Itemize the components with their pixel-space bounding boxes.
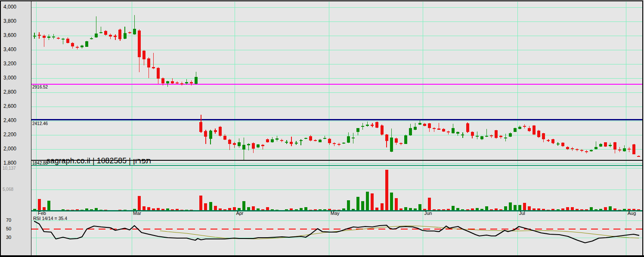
volume-bar <box>47 201 50 210</box>
month-label-apr: Apr <box>236 211 243 216</box>
candle-body <box>138 31 141 57</box>
volume-bar <box>366 192 369 210</box>
candle-body <box>147 58 150 67</box>
candle-body <box>637 156 640 157</box>
price-axis-label-8: 2,400 <box>3 117 16 123</box>
price-axis-label-7: 2,600 <box>3 103 16 109</box>
candle-body <box>166 81 169 83</box>
volume-bar <box>71 210 74 210</box>
volume-bar <box>214 206 217 210</box>
candle-body <box>228 140 231 144</box>
candle-body <box>43 36 46 38</box>
candle-body <box>604 142 607 147</box>
price-axis-label-4: 3,200 <box>3 61 16 67</box>
candle-body <box>585 151 588 152</box>
volume-bar <box>171 209 174 210</box>
candle-body <box>613 142 616 150</box>
volume-bar <box>247 207 250 210</box>
volume-bar <box>490 209 493 210</box>
month-label-feb: Feb <box>38 211 46 216</box>
candle-body <box>528 128 531 131</box>
candle-body <box>476 136 479 137</box>
candle-body <box>447 132 450 132</box>
plot-background <box>31 2 643 255</box>
volume-bar <box>618 210 621 210</box>
candle-body <box>300 140 303 141</box>
rsi-axis-label-2: 30 <box>6 235 11 240</box>
candle-body <box>157 68 160 79</box>
candle-body <box>590 150 593 151</box>
candle-body <box>452 128 455 133</box>
candle-body <box>609 145 612 146</box>
hline-value-label-2412: 2412.46 <box>32 121 48 126</box>
candle-body <box>124 33 127 38</box>
candle-body <box>571 148 574 149</box>
volume-bar <box>242 201 245 210</box>
candle-body <box>418 123 421 125</box>
volume-bar <box>223 209 226 210</box>
volume-bar <box>471 208 474 210</box>
volume-bar <box>290 208 293 210</box>
volume-bar <box>133 209 136 210</box>
candle-body <box>285 142 288 143</box>
volume-bar <box>319 209 322 210</box>
candle-body <box>433 128 436 129</box>
candle-body <box>304 138 307 139</box>
volume-bar <box>180 210 183 210</box>
volume-bar <box>271 209 274 210</box>
volume-bar <box>219 208 222 210</box>
volume-bar <box>480 209 483 210</box>
volume-bar <box>295 209 298 210</box>
candle-body <box>104 31 107 35</box>
rsi-axis-label-0: 70 <box>6 217 11 223</box>
volume-bar <box>176 209 179 210</box>
candle-body <box>209 131 212 139</box>
candle-body <box>204 131 207 137</box>
volume-bar <box>371 193 374 210</box>
volume-bar <box>209 202 212 210</box>
candle-body <box>628 149 631 150</box>
candle-body <box>257 144 260 147</box>
volume-bar <box>381 203 384 210</box>
candle-body <box>352 138 355 138</box>
candle-body <box>404 135 407 144</box>
volume-axis-label-0: 10,137 <box>3 166 16 171</box>
volume-bar <box>43 207 46 210</box>
volume-axis-label-1: 5,068 <box>3 187 13 192</box>
candle-body <box>523 126 526 127</box>
candle-body <box>328 139 331 143</box>
month-label-mar: Mar <box>133 211 141 216</box>
candle-body <box>414 127 417 130</box>
candle-body <box>561 143 564 146</box>
volume-bar <box>632 209 635 210</box>
volume-bar <box>300 208 303 210</box>
candle-body <box>57 38 60 39</box>
volume-bar <box>204 203 207 210</box>
hline-value-label-2916: 2916.52 <box>32 85 48 89</box>
candle-body <box>537 131 540 137</box>
volume-bar <box>90 209 93 210</box>
candle-body <box>128 32 131 33</box>
volume-bar <box>499 209 502 210</box>
candle-body <box>314 140 317 141</box>
rsi-indicator-title: RSI 14/14 = 35.4 <box>33 216 67 221</box>
volume-bar <box>261 209 264 210</box>
volume-bar <box>347 200 350 210</box>
volume-bar <box>399 208 402 210</box>
candle-body <box>266 139 269 142</box>
volume-bar <box>99 210 102 210</box>
volume-bar <box>147 207 150 210</box>
volume-bar <box>566 207 569 210</box>
candle-body <box>485 136 488 137</box>
volume-bar <box>628 209 631 210</box>
volume-bar <box>238 208 241 210</box>
volume-bar <box>466 209 469 210</box>
volume-bar <box>161 209 164 210</box>
volume-bar <box>66 210 69 210</box>
candle-body <box>223 136 226 139</box>
candle-body <box>252 143 255 149</box>
volume-bar <box>190 210 193 210</box>
volume-bar <box>337 210 341 210</box>
candle-body <box>385 135 388 141</box>
candle-body <box>347 136 350 143</box>
